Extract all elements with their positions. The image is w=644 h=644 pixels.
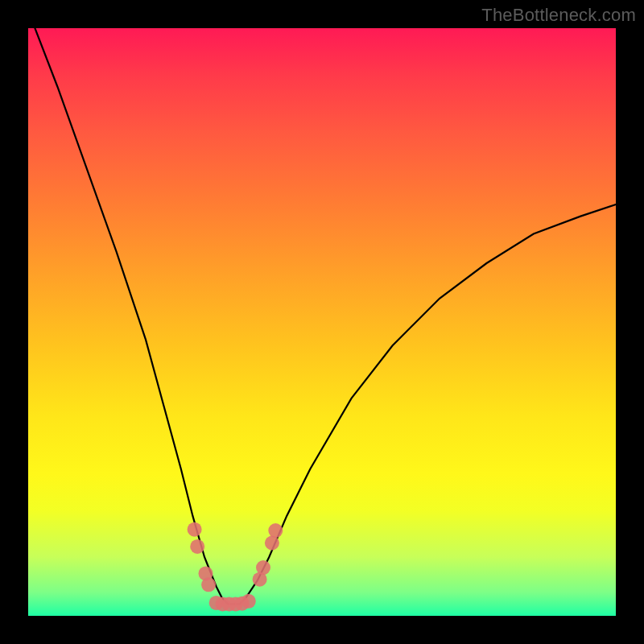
marker-dot	[265, 536, 279, 551]
marker-dot	[188, 522, 202, 537]
marker-dot	[190, 539, 204, 554]
chart-frame: TheBottleneck.com	[0, 0, 644, 644]
bottleneck-chart	[28, 28, 616, 616]
marker-dot	[242, 594, 256, 609]
watermark-text: TheBottleneck.com	[481, 5, 636, 26]
plot-area	[28, 28, 616, 616]
marker-dot	[201, 577, 216, 592]
bottleneck-curve	[28, 10, 616, 604]
highlight-markers	[188, 522, 283, 612]
marker-dot	[268, 523, 283, 538]
marker-dot	[256, 560, 270, 575]
